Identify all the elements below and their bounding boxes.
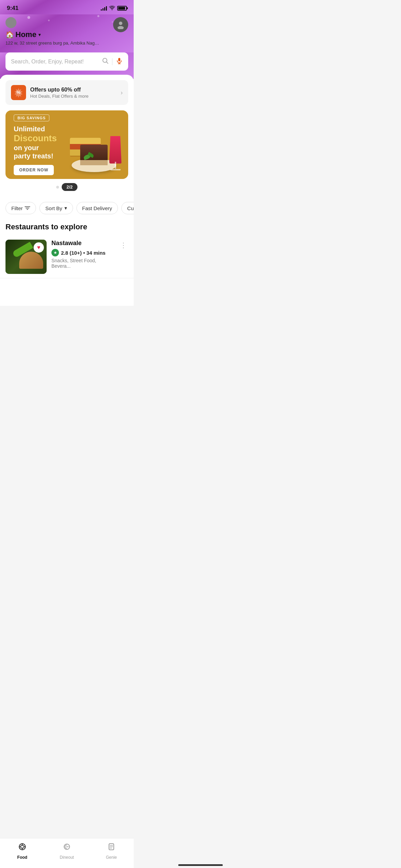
- location-row[interactable]: 🏠 Home ▾: [5, 30, 101, 39]
- rating-row: ★ 2.8 (10+) • 34 mins: [51, 249, 114, 256]
- carousel-dots: 2/2: [0, 179, 134, 195]
- filter-chip[interactable]: Filter: [5, 202, 36, 214]
- location-label: Home: [15, 30, 36, 39]
- carousel-wrapper: BIG SAVINGS Unlimited Discounts on your …: [0, 110, 134, 179]
- location-section[interactable]: 🏠 Home ▾ 122 w, 32 street greens burg pa…: [5, 17, 101, 46]
- offers-banner[interactable]: % Offers upto 60% off Hot Deals, Flat Of…: [5, 80, 128, 105]
- rating-star-icon: ★: [51, 249, 59, 256]
- search-divider: [112, 58, 112, 65]
- cuisines-label: Cuisines: [127, 205, 134, 211]
- signal-icon: [101, 6, 107, 11]
- order-now-button[interactable]: ORDER NOW: [14, 165, 54, 175]
- more-options-button[interactable]: ⋮: [119, 240, 128, 251]
- offers-subtitle: Hot Deals, Flat Offers & more: [30, 94, 117, 99]
- fast-delivery-chip[interactable]: Fast Delivery: [76, 202, 118, 214]
- restaurant-item[interactable]: ♥ Nastawale ★ 2.8 (10+) • 34 mins Snacks…: [0, 236, 134, 278]
- carousel-line1: Unlimited: [14, 125, 120, 133]
- svg-rect-3: [118, 58, 120, 61]
- carousel-text: BIG SAVINGS Unlimited Discounts on your …: [14, 114, 120, 175]
- bottom-spacer: [0, 278, 134, 306]
- sort-by-label: Sort By: [45, 205, 62, 211]
- svg-point-1: [118, 26, 124, 29]
- search-icon[interactable]: [102, 57, 109, 66]
- fast-delivery-label: Fast Delivery: [82, 205, 112, 211]
- restaurant-name: Nastawale: [51, 240, 114, 247]
- carousel-dot-1[interactable]: [56, 186, 59, 189]
- restaurant-info: Nastawale ★ 2.8 (10+) • 34 mins Snacks, …: [51, 240, 114, 269]
- home-icon: 🏠: [5, 31, 14, 39]
- carousel-card[interactable]: BIG SAVINGS Unlimited Discounts on your …: [5, 110, 128, 179]
- section-title: Restaurants to explore: [0, 220, 134, 236]
- offers-title: Offers upto 60% off: [30, 87, 117, 93]
- search-bar[interactable]: Search, Order, Enjoy, Repeat!: [5, 52, 128, 71]
- favorite-button[interactable]: ♥: [34, 242, 44, 253]
- location-chevron[interactable]: ▾: [38, 32, 41, 37]
- status-time: 9:41: [7, 5, 19, 12]
- carousel-section: BIG SAVINGS Unlimited Discounts on your …: [0, 110, 134, 199]
- filter-icon: [25, 205, 30, 211]
- main-content: % Offers upto 60% off Hot Deals, Flat Of…: [0, 75, 134, 306]
- carousel-dot-active[interactable]: 2/2: [62, 183, 77, 191]
- cuisines-chip[interactable]: Cuisines ›: [121, 202, 134, 214]
- user-avatar[interactable]: [113, 17, 128, 32]
- svg-point-0: [119, 22, 122, 25]
- sort-by-chip[interactable]: Sort By ▾: [39, 202, 73, 214]
- battery-icon: [117, 6, 127, 11]
- header: 🏠 Home ▾ 122 w, 32 street greens burg pa…: [0, 14, 134, 52]
- cuisine-text: Snacks, Street Food, Bevera...: [51, 258, 114, 269]
- header-top: 🏠 Home ▾ 122 w, 32 street greens burg pa…: [5, 17, 128, 46]
- location-address: 122 w, 32 street greens burg pa, Ambika …: [5, 40, 101, 46]
- offers-chevron: ›: [121, 89, 123, 96]
- mic-icon[interactable]: [116, 57, 123, 66]
- filter-label: Filter: [11, 205, 23, 211]
- svg-text:%: %: [16, 90, 21, 95]
- status-bar: 9:41: [0, 0, 134, 14]
- offers-text: Offers upto 60% off Hot Deals, Flat Offe…: [30, 87, 117, 99]
- carousel-line2: on your: [14, 144, 120, 152]
- wifi-icon: [109, 5, 115, 11]
- big-savings-badge: BIG SAVINGS: [14, 114, 49, 121]
- restaurant-image-wrap: ♥: [5, 240, 47, 274]
- profile-small-avatar: [5, 17, 16, 28]
- search-placeholder: Search, Order, Enjoy, Repeat!: [11, 59, 98, 65]
- sort-chevron-icon: ▾: [64, 205, 67, 211]
- status-icons: [101, 5, 127, 11]
- carousel-highlight: Discounts: [14, 133, 120, 144]
- filters-row: Filter Sort By ▾ Fast Delivery Cuisines …: [0, 199, 134, 220]
- carousel-line3: party treats!: [14, 152, 120, 160]
- rating-text: 2.8 (10+) • 34 mins: [61, 250, 106, 256]
- offers-icon: %: [11, 85, 26, 100]
